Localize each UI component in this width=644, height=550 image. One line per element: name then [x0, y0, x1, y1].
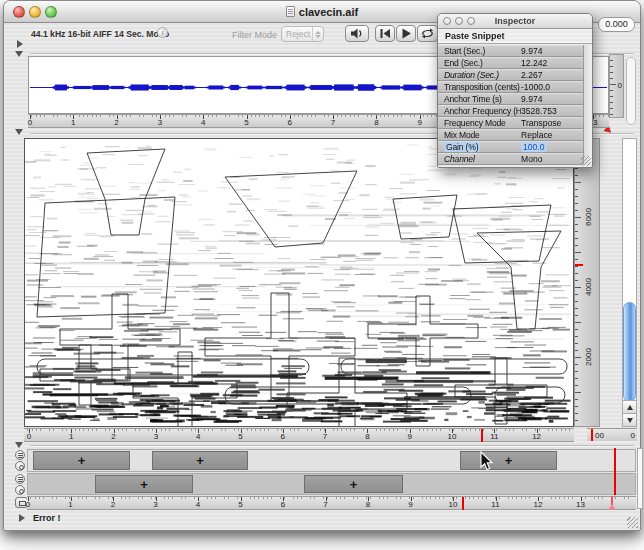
spectrogram-panel[interactable] [24, 138, 574, 427]
ruler-tick-label: 10 [448, 432, 457, 441]
window-resize-grip[interactable] [627, 517, 638, 528]
ruler-tick [610, 108, 613, 109]
inspector-row[interactable]: Anchor Frequency (Hz)3528.753 [438, 105, 583, 117]
spectrogram-vertical-scrollbar[interactable] [622, 138, 637, 427]
collapsed-section-disclosure-icon[interactable] [17, 40, 23, 48]
audition-button[interactable] [345, 25, 369, 42]
inspector-row[interactable]: Anchor Time (s)9.974 [438, 93, 583, 105]
audio-region-block[interactable]: + [304, 475, 403, 493]
ruler-tick-label: 2 [114, 118, 118, 127]
close-button[interactable] [443, 17, 451, 25]
info-icon[interactable]: i [157, 27, 168, 38]
zoom-button[interactable] [45, 6, 57, 18]
track-state-icon[interactable] [15, 461, 25, 471]
ruler-tick-label: 4 [196, 500, 200, 509]
track-menu-icon[interactable] [15, 450, 25, 460]
ruler-tick-label: 3 [158, 118, 162, 127]
audio-region-block[interactable]: + [460, 451, 557, 470]
track-lane-2[interactable]: ++ [27, 473, 636, 495]
corner-label: 0 [631, 431, 635, 440]
inspector-row[interactable]: Gain (%)100.0 [438, 141, 583, 153]
property-value[interactable]: Transpose [521, 118, 583, 128]
end-of-file-marker[interactable] [614, 448, 616, 495]
inspector-scrollbar-track[interactable] [584, 45, 592, 164]
ruler-tick-label: 8 [374, 118, 378, 127]
ruler-tick [575, 406, 578, 407]
inspector-row[interactable]: Start (Sec.)9.974 [438, 45, 583, 57]
ruler-tick-label: 9 [417, 118, 421, 127]
property-value[interactable]: 9.974 [521, 94, 583, 104]
ruler-tick [575, 182, 581, 183]
spectrogram-time-ruler[interactable]: 0123456789101112 [24, 428, 574, 442]
ruler-tick [575, 168, 578, 169]
ruler-tick [610, 66, 613, 67]
tracks-time-ruler[interactable]: 012345678910111213 [27, 496, 636, 510]
property-label: Start (Sec.) [438, 46, 521, 56]
playhead-marker[interactable] [481, 429, 483, 442]
audio-region-block[interactable]: + [33, 451, 130, 470]
play-button[interactable] [396, 25, 416, 42]
ruler-tick-label: 7 [323, 500, 327, 509]
inspector-row[interactable]: End (Sec.)12.242 [438, 57, 583, 69]
ruler-tick-label: 1 [69, 432, 73, 441]
ruler-tick [575, 371, 578, 372]
minimize-button[interactable] [29, 6, 41, 18]
minimize-button[interactable] [455, 17, 463, 25]
property-value[interactable]: Mono [521, 154, 583, 164]
ruler-tick [575, 329, 578, 330]
scroll-down-button[interactable] [623, 413, 636, 426]
property-value[interactable]: 2.267 [521, 70, 583, 80]
zoom-button[interactable] [467, 17, 475, 25]
property-value[interactable]: -1000.0 [521, 82, 583, 92]
property-value[interactable]: 12.242 [521, 58, 583, 68]
inspector-row[interactable]: Frequency ModeTranspose [438, 117, 583, 129]
track2-buttons [15, 474, 26, 496]
track-menu-icon[interactable] [15, 474, 25, 484]
filter-mode-popup[interactable]: Reject [281, 26, 324, 42]
tracks-scrollbar-track[interactable] [637, 448, 643, 509]
audio-region-block[interactable]: + [152, 451, 248, 470]
playhead-marker[interactable] [462, 497, 464, 510]
ruler-tick [610, 102, 613, 103]
inspector-row[interactable]: Duration (Sec.)2.267 [438, 69, 583, 81]
scrollbar-thumb[interactable] [623, 302, 636, 402]
amplitude-ruler[interactable]: 0 [609, 54, 624, 118]
property-value[interactable]: Replace [521, 130, 583, 140]
waveform-disclosure-icon[interactable] [15, 51, 23, 57]
inspector-titlebar[interactable]: Inspector [438, 14, 592, 29]
ruler-tick-label: 11 [491, 500, 499, 509]
ruler-tick [610, 78, 613, 79]
ruler-tick-label: 0 [28, 118, 32, 127]
inspector-row[interactable]: ChannelMono [438, 153, 583, 165]
track-lane-1[interactable]: +++ [27, 449, 636, 472]
spectrogram-canvas[interactable] [25, 139, 573, 426]
section-divider [30, 445, 634, 446]
property-value[interactable]: 9.974 [521, 46, 583, 56]
time-display-field[interactable]: 0.000 [598, 17, 635, 32]
property-value-text: 100.0 [521, 142, 547, 152]
rewind-button[interactable] [375, 25, 395, 42]
ruler-tick-label: 7 [323, 432, 327, 441]
track-state-icon[interactable] [15, 485, 25, 495]
loop-button[interactable] [417, 25, 438, 42]
property-value[interactable]: 100.0 [521, 142, 583, 152]
property-value-text: 9.974 [521, 46, 543, 56]
loop-icon [421, 28, 434, 39]
frequency-ruler[interactable]: 200040006000 [574, 138, 600, 427]
property-label-text: Frequency Mode [444, 118, 506, 128]
inspector-row[interactable]: Transposition (cents)-1000.0 [438, 81, 583, 93]
property-value[interactable]: 3528.753 [521, 106, 583, 116]
error-disclosure-icon[interactable] [19, 514, 25, 522]
spectrogram-disclosure-icon[interactable] [15, 129, 23, 135]
ruler-tick [610, 96, 613, 97]
waveform-scrollbar-track[interactable] [626, 57, 636, 125]
popup-arrows-icon [312, 27, 323, 41]
ruler-tick-label: 8 [365, 432, 369, 441]
scroll-up-button[interactable] [623, 400, 636, 413]
ruler-tick-label: 5 [238, 432, 242, 441]
inspector-row[interactable]: Mix ModeReplace [438, 129, 583, 141]
inspector-resize-grip[interactable] [581, 156, 591, 166]
audio-region-block[interactable]: + [95, 475, 193, 493]
close-button[interactable] [13, 6, 25, 18]
tracks-disclosure-icon[interactable] [15, 442, 23, 448]
